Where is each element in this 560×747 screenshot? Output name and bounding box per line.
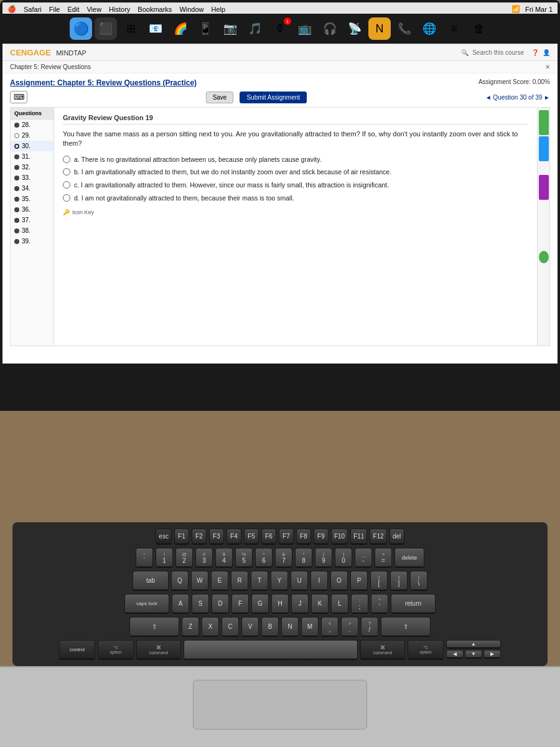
key-2[interactable]: @2 [175, 548, 193, 568]
key-4[interactable]: $4 [215, 548, 233, 568]
dock-notes[interactable]: ≡ [443, 17, 465, 40]
key-l[interactable]: L [331, 594, 348, 614]
user-icon[interactable]: 👤 [543, 49, 550, 56]
key-k[interactable]: K [311, 594, 329, 614]
dock-music[interactable]: 🎵 [244, 17, 266, 40]
key-capslock[interactable]: caps lock [124, 594, 169, 614]
key-rshift[interactable]: ⇧ [381, 617, 431, 637]
save-button[interactable]: Save [206, 92, 234, 103]
q-item-35[interactable]: 35. [11, 194, 54, 204]
menu-bookmarks[interactable]: Bookmarks [138, 6, 172, 13]
key-7[interactable]: &7 [275, 548, 292, 568]
key-f9[interactable]: F9 [314, 529, 329, 545]
dock-spotify[interactable]: 🎧 [319, 17, 341, 40]
answer-option-a[interactable]: a. There is no gravitational attraction … [63, 155, 528, 164]
key-j[interactable]: J [291, 594, 309, 614]
key-8[interactable]: *8 [295, 548, 312, 568]
assignment-title[interactable]: Assignment: Chapter 5: Review Questions … [10, 78, 197, 87]
key-delete[interactable]: delete [394, 548, 424, 568]
key-f8[interactable]: F8 [296, 529, 311, 545]
dock-photos[interactable]: 🌈 [169, 17, 192, 40]
key-backtick[interactable]: ~` [136, 548, 153, 568]
radio-b[interactable] [63, 168, 70, 176]
key-m[interactable]: M [301, 617, 319, 637]
key-command-left[interactable]: ⌘ command [136, 640, 181, 660]
apple-logo[interactable]: 🍎 [7, 5, 16, 13]
dock-finder[interactable]: 🔵 [70, 17, 92, 40]
key-c[interactable]: C [222, 617, 239, 637]
key-o[interactable]: O [330, 571, 348, 591]
submit-button[interactable]: Submit Assignment [240, 92, 307, 103]
q-item-33[interactable]: 33. [11, 172, 54, 183]
key-9[interactable]: (9 [315, 548, 332, 568]
key-6[interactable]: ^6 [255, 548, 273, 568]
key-space[interactable] [184, 640, 358, 660]
key-t[interactable]: T [251, 571, 268, 591]
dock-phone[interactable]: 📞 [393, 17, 416, 40]
help-icon[interactable]: ❓ [531, 49, 539, 56]
key-control[interactable]: control [59, 640, 95, 660]
key-f5[interactable]: F5 [244, 529, 259, 545]
dock-text[interactable]: N [368, 17, 391, 40]
key-lbracket[interactable]: {[ [370, 571, 388, 591]
key-w[interactable]: W [191, 571, 208, 591]
key-g[interactable]: G [251, 594, 269, 614]
dock-news[interactable]: 📡 [343, 17, 366, 40]
key-b[interactable]: B [261, 617, 279, 637]
key-backslash[interactable]: |\ [410, 571, 427, 591]
key-semicolon[interactable]: :; [351, 594, 368, 614]
key-f10[interactable]: F10 [331, 529, 348, 545]
key-comma[interactable]: <, [321, 617, 338, 637]
dock-grid[interactable]: ⊞ [119, 17, 142, 40]
key-z[interactable]: Z [182, 617, 199, 637]
key-quote[interactable]: "' [371, 594, 388, 614]
key-period[interactable]: >. [341, 617, 358, 637]
dock-messages[interactable]: 📱 [194, 17, 217, 40]
q-item-36[interactable]: 36. [11, 204, 54, 215]
dock-mail[interactable]: 📧 [144, 17, 167, 40]
key-lshift[interactable]: ⇧ [129, 617, 179, 637]
key-f1[interactable]: F1 [174, 529, 189, 545]
key-equals[interactable]: += [375, 548, 392, 568]
key-f2[interactable]: F2 [192, 529, 207, 545]
dock-podcast[interactable]: 🎙1 [269, 17, 291, 40]
key-return[interactable]: return [391, 594, 436, 614]
key-up[interactable]: ▲ [446, 640, 501, 649]
answer-option-b[interactable]: b. I am gravitationally attracted to the… [63, 167, 528, 177]
menu-edit[interactable]: Edit [67, 6, 79, 13]
key-5[interactable]: %5 [235, 548, 253, 568]
dock-trash[interactable]: 🗑 [468, 17, 490, 40]
menu-file[interactable]: File [49, 6, 60, 13]
key-f7[interactable]: F7 [279, 529, 294, 545]
key-tab[interactable]: tab [133, 571, 169, 591]
key-i[interactable]: I [310, 571, 328, 591]
key-slash[interactable]: ?/ [361, 617, 378, 637]
dock-safari[interactable]: 🌐 [418, 17, 441, 40]
dock-camera[interactable]: 📷 [219, 17, 241, 40]
key-r[interactable]: R [231, 571, 248, 591]
key-rbracket[interactable]: }] [390, 571, 408, 591]
q-item-30[interactable]: 30. [11, 141, 54, 151]
key-esc[interactable]: esc [156, 529, 172, 545]
search-bar[interactable]: 🔍 Search this course ❓ 👤 [461, 49, 550, 56]
dock-launchpad[interactable]: ⬛ [95, 17, 117, 40]
key-right[interactable]: ▶ [483, 650, 501, 659]
menu-window[interactable]: Window [179, 6, 203, 13]
radio-c[interactable] [63, 181, 70, 189]
key-f6[interactable]: F6 [261, 529, 276, 545]
key-0[interactable]: )0 [335, 548, 352, 568]
key-f[interactable]: F [231, 594, 249, 614]
key-f4[interactable]: F4 [226, 529, 241, 545]
trackpad[interactable] [193, 680, 367, 730]
key-d[interactable]: D [212, 594, 229, 614]
key-n[interactable]: N [281, 617, 299, 637]
q-item-31[interactable]: 31. [11, 151, 54, 162]
key-v[interactable]: V [241, 617, 259, 637]
key-h[interactable]: H [271, 594, 289, 614]
key-q[interactable]: Q [171, 571, 189, 591]
key-a[interactable]: A [172, 594, 189, 614]
answer-option-d[interactable]: d. I am not gravitationally attracted to… [63, 194, 528, 203]
radio-d[interactable] [63, 194, 70, 202]
keyboard-icon[interactable]: ⌨ [10, 91, 27, 103]
key-option-right[interactable]: ⌥ option [408, 640, 444, 660]
